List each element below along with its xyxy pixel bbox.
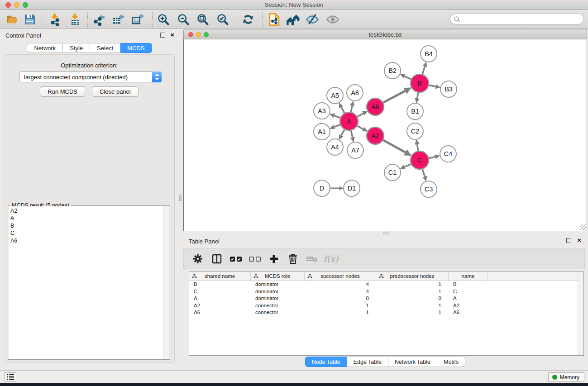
window-resize-grip[interactable] — [580, 224, 586, 230]
show-columns-icon[interactable] — [207, 252, 226, 266]
column-header-predecessor-nodes[interactable]: predecessor nodes — [376, 272, 449, 281]
table-scrollbar[interactable] — [578, 272, 583, 355]
import-network-icon[interactable] — [48, 13, 62, 26]
table-cell: A2 — [189, 302, 251, 310]
column-header-shared-name[interactable]: shared name — [189, 272, 251, 281]
delete-table-icon — [302, 252, 321, 266]
graph-edge-A6-B[interactable] — [383, 91, 406, 103]
vertical-split-divider[interactable] — [179, 29, 182, 370]
zoom-fit-icon[interactable] — [196, 13, 210, 26]
table-row[interactable]: Cdominator41C — [189, 288, 583, 295]
tab-node-table[interactable]: Node Table — [305, 357, 347, 367]
table-row[interactable]: A6connector11A6 — [189, 309, 583, 316]
close-panel-button[interactable]: Close panel — [92, 86, 139, 97]
column-header-label: name — [462, 273, 475, 279]
delete-column-icon[interactable] — [283, 252, 302, 266]
mcds-result-item[interactable]: A2 — [10, 207, 163, 214]
graph-edge-A-A4[interactable] — [341, 129, 344, 135]
select-all-rows-icon[interactable] — [226, 252, 245, 266]
zoom-selected-icon[interactable] — [216, 13, 229, 26]
mcds-result-scrollbar[interactable] — [163, 206, 169, 359]
table-float-panel-icon[interactable] — [566, 238, 571, 243]
open-session-icon[interactable] — [5, 13, 19, 26]
table-row[interactable]: A2connector11A2 — [189, 302, 583, 310]
graph-edge-A2-C[interactable] — [383, 140, 406, 152]
graph-edge-B-B1[interactable] — [417, 93, 418, 98]
add-column-icon[interactable] — [264, 252, 283, 266]
table-cell: 1 — [376, 281, 449, 288]
horizontal-split-divider[interactable] — [182, 231, 588, 235]
network-window-titlebar[interactable]: testGlobe.txt — [183, 29, 587, 39]
export-table-icon[interactable] — [111, 13, 125, 26]
graph-edge-A-A6[interactable] — [357, 114, 363, 117]
show-all-icon[interactable] — [326, 13, 339, 26]
export-image-icon[interactable] — [131, 13, 144, 26]
new-network-file-icon[interactable] — [268, 13, 281, 26]
tab-style-label: Style — [70, 45, 83, 52]
column-header-name[interactable]: name — [449, 272, 488, 281]
graph-edge-C-C3[interactable] — [422, 169, 425, 176]
float-panel-icon[interactable] — [160, 33, 165, 38]
export-network-icon[interactable] — [92, 13, 105, 26]
graph-edge-C-C4[interactable] — [429, 157, 435, 158]
table-panel: Table Panel × — [182, 235, 588, 370]
mcds-result-item[interactable]: A6 — [10, 237, 163, 244]
criterion-dropdown[interactable]: largest connected component (directed) — [19, 71, 162, 82]
import-table-icon[interactable] — [68, 13, 82, 26]
zoom-in-icon[interactable] — [157, 13, 170, 26]
deselect-all-rows-icon[interactable] — [245, 252, 264, 266]
graph-node-label-C3: C3 — [425, 186, 433, 193]
mcds-result-item[interactable]: C — [10, 229, 163, 237]
table-cell: 0 — [376, 295, 449, 302]
run-mcds-button[interactable]: Run MCDS — [40, 86, 85, 97]
graph-edge-A-A3[interactable] — [334, 115, 340, 118]
close-panel-icon[interactable]: × — [170, 31, 174, 38]
graph-edge-A-A1[interactable] — [334, 125, 340, 127]
criterion-dropdown-value: largest connected component (directed) — [24, 74, 128, 81]
hide-selected-icon[interactable] — [306, 13, 319, 26]
table-body: Bdominator41BCdominator41CAdominator80AA… — [189, 281, 583, 316]
tab-motifs[interactable]: Motifs — [437, 357, 465, 367]
table-row[interactable]: Bdominator41B — [189, 281, 583, 288]
graph-edge-B-B4[interactable] — [422, 67, 425, 74]
mcds-result-item[interactable]: A — [10, 214, 163, 222]
search-input[interactable] — [462, 15, 580, 23]
memory-button[interactable]: Memory — [548, 372, 584, 382]
task-history-button[interactable] — [5, 372, 16, 381]
tab-network-table[interactable]: Network Table — [388, 357, 437, 367]
table-close-panel-icon[interactable]: × — [577, 236, 581, 244]
graph-node-label-A4: A4 — [331, 143, 339, 151]
desktop-background — [0, 383, 588, 386]
tab-select[interactable]: Select — [90, 43, 120, 53]
graph-edge-A-A8[interactable] — [351, 106, 352, 112]
graph-edge-A-A2[interactable] — [357, 126, 363, 129]
mcds-result-item[interactable]: B — [10, 222, 163, 229]
graph-edge-A-A7[interactable] — [351, 131, 352, 138]
table-row[interactable]: Adominator80A — [189, 295, 583, 302]
column-header-successor-nodes[interactable]: successor nodes — [305, 272, 376, 281]
graph-edge-B-B2[interactable] — [404, 76, 411, 79]
home-icon[interactable] — [286, 13, 300, 26]
tab-style[interactable]: Style — [63, 43, 90, 53]
save-session-icon[interactable] — [23, 13, 37, 26]
column-header-MCDS-role[interactable]: MCDS role — [251, 272, 305, 281]
mcds-result-list[interactable]: A2ABCA6 — [9, 206, 163, 359]
graph-edge-C-C2[interactable] — [417, 144, 418, 151]
horizontal-divider-handle[interactable] — [383, 232, 389, 234]
vertical-divider-handle[interactable] — [179, 195, 182, 201]
graph-node-label-A5: A5 — [331, 92, 339, 99]
tab-network[interactable]: Network — [27, 43, 63, 53]
graph-edge-C-C1[interactable] — [405, 164, 411, 167]
refresh-view-icon[interactable] — [241, 13, 255, 26]
tab-edge-table[interactable]: Edge Table — [347, 357, 388, 367]
toolbar-separator — [152, 12, 153, 27]
zoom-out-icon[interactable] — [177, 13, 190, 26]
graph-edge-B-B3[interactable] — [429, 85, 436, 86]
tab-mcds[interactable]: MCDS — [120, 43, 152, 53]
graph-edge-A-A5[interactable] — [341, 107, 344, 113]
network-view-window: testGlobe.txt A5A8A3A1A4A7AA6A2BB2B4B3B1… — [183, 29, 587, 231]
table-settings-gear-icon[interactable] — [188, 252, 207, 266]
network-canvas[interactable]: A5A8A3A1A4A7AA6A2BB2B4B3B1CC2C4C1C3DD1 — [183, 39, 587, 231]
table-toolbar: f(x) — [183, 248, 585, 269]
table-cell: 1 — [376, 309, 449, 316]
